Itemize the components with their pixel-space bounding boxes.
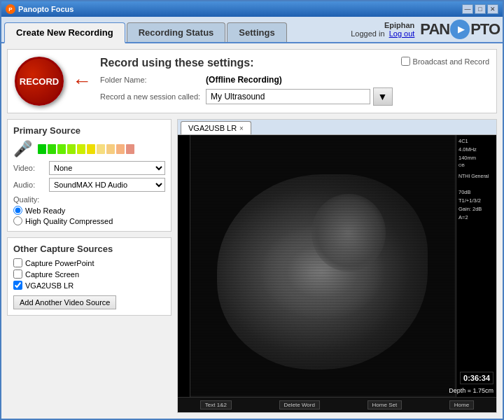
ultrasound-display: 29 Nov 02 10:17:34cm 4C1 4.0MHz 140mm OB… — [178, 135, 496, 412]
quality-hq-row: High Quality Compressed — [13, 216, 165, 225]
audio-meter — [38, 144, 134, 154]
capture-powerpoint-row: Capture PowerPoint — [13, 258, 165, 267]
meter-bar-0 — [38, 144, 46, 154]
broadcast-checkbox[interactable] — [401, 57, 410, 66]
meter-bar-1 — [48, 144, 56, 154]
record-section: RECORD ← Record using these settings: Fo… — [7, 49, 497, 113]
us-timer: 0:36:34 — [460, 372, 493, 384]
audio-label: Audio: — [13, 181, 45, 189]
us-dist: 140mm — [458, 154, 494, 162]
folder-value: (Offline Recording) — [206, 75, 392, 85]
fetus-head — [312, 194, 386, 272]
session-name-input[interactable] — [206, 89, 370, 104]
quality-web-label: Web Ready — [25, 206, 65, 215]
quality-hq-radio[interactable] — [13, 216, 22, 225]
record-button[interactable]: RECORD — [15, 57, 64, 106]
meter-bar-3 — [67, 144, 76, 154]
capture-powerpoint-label: Capture PowerPoint — [25, 259, 94, 267]
minimize-button[interactable]: — — [462, 4, 473, 14]
us-btn-homeset[interactable]: Home Set — [368, 400, 402, 410]
record-info: Record using these settings: Folder Name… — [100, 57, 393, 106]
logout-link[interactable]: Log out — [389, 29, 415, 38]
capture-powerpoint-checkbox[interactable] — [13, 258, 22, 267]
quality-section: Quality: Web Ready High Quality Compress… — [13, 195, 165, 225]
meter-bar-5 — [87, 144, 95, 154]
video-tab-vga2usb[interactable]: VGA2USB LR × — [181, 121, 251, 134]
us-db: 70dB — [458, 188, 494, 197]
video-select[interactable]: None — [49, 161, 165, 175]
logo-play-icon — [450, 20, 470, 39]
header-right: Epiphan Logged in Log out PANPTO — [351, 20, 500, 42]
capture-screen-row: Capture Screen — [13, 270, 165, 279]
meter-bar-4 — [77, 144, 85, 154]
main-window: P Panopto Focus — □ ✕ Create New Recordi… — [0, 0, 504, 420]
window-title: Panopto Focus — [18, 5, 74, 13]
title-bar-left: P Panopto Focus — [6, 4, 74, 14]
folder-label: Folder Name: — [100, 76, 200, 84]
us-bottom-bar: Text 1&2 Delete Word Home Set Home — [178, 397, 496, 412]
meter-bar-8 — [116, 144, 125, 154]
us-image-container: 29 Nov 02 10:17:34cm 4C1 4.0MHz 140mm OB… — [178, 135, 496, 412]
us-gain: Gain: 2dB — [458, 205, 494, 214]
maximize-button[interactable]: □ — [475, 4, 486, 14]
epiphan-info: Epiphan Logged in Log out — [351, 21, 414, 38]
capture-vga2usb-checkbox[interactable] — [13, 281, 22, 290]
us-main-image — [190, 135, 454, 396]
capture-screen-checkbox[interactable] — [13, 270, 22, 279]
capture-screen-label: Capture Screen — [25, 270, 79, 279]
video-row: Video: None — [13, 161, 165, 175]
left-panel: Primary Source 🎤 Video: None Audio: — [7, 119, 172, 413]
meter-bar-9 — [126, 144, 134, 154]
window-controls: — □ ✕ — [462, 4, 498, 14]
video-preview-panel: VGA2USB LR × — [177, 119, 497, 413]
session-label: Record a new session called: — [100, 92, 200, 101]
video-label: Video: — [13, 164, 45, 172]
record-row: RECORD ← Record using these settings: Fo… — [15, 57, 489, 106]
tab-create[interactable]: Create New Recording — [4, 22, 125, 43]
video-tab-close[interactable]: × — [239, 125, 244, 132]
quality-label: Quality: — [13, 195, 39, 204]
broadcast-check: Broadcast and Record — [401, 57, 489, 66]
mic-meter-row: 🎤 — [13, 140, 165, 158]
microphone-icon: 🎤 — [13, 140, 32, 158]
audio-select[interactable]: SoundMAX HD Audio — [49, 178, 165, 192]
other-sources-panel: Other Capture Sources Capture PowerPoint… — [7, 237, 172, 316]
meter-bar-7 — [106, 144, 115, 154]
session-input-row: ▼ — [206, 88, 392, 106]
us-btn-home[interactable]: Home — [449, 400, 474, 410]
app-icon: P — [6, 4, 15, 14]
tab-bar: Create New Recording Recording Status Se… — [1, 17, 503, 43]
capture-vga2usb-row: VGA2USB LR — [13, 281, 165, 290]
us-ti: T1/+1/3/2 — [458, 197, 494, 205]
us-dept: OB — [458, 162, 494, 169]
capture-vga2usb-label: VGA2USB LR — [25, 281, 74, 290]
us-right-info: 4C1 4.0MHz 140mm OB NTHI General 70dB T1… — [456, 135, 496, 412]
tab-settings[interactable]: Settings — [227, 22, 286, 42]
quality-web-row: Web Ready — [13, 206, 165, 215]
meter-bar-2 — [57, 144, 66, 154]
primary-source-panel: Primary Source 🎤 Video: None Audio: — [7, 119, 172, 232]
us-btn-delete[interactable]: Delete Word — [279, 400, 320, 410]
us-model: 4C1 — [458, 137, 494, 146]
us-gain2: A=2 — [458, 214, 494, 222]
close-button[interactable]: ✕ — [487, 4, 498, 14]
us-facility: NTHI General — [458, 172, 494, 180]
other-sources-title: Other Capture Sources — [13, 244, 165, 254]
title-bar: P Panopto Focus — □ ✕ — [1, 1, 503, 17]
add-video-source-button[interactable]: Add Another Video Source — [13, 295, 116, 309]
quality-hq-label: High Quality Compressed — [25, 217, 113, 225]
us-ruler-bar — [178, 135, 190, 412]
main-content: RECORD ← Record using these settings: Fo… — [1, 43, 503, 419]
fetus-shape — [217, 174, 428, 370]
us-freq: 4.0MHz — [458, 146, 494, 154]
us-depth: Depth = 1.75cm — [449, 387, 493, 394]
us-btn-text12[interactable]: Text 1&2 — [200, 400, 232, 410]
lower-section: Primary Source 🎤 Video: None Audio: — [7, 119, 497, 413]
primary-source-title: Primary Source — [13, 125, 165, 136]
tab-status[interactable]: Recording Status — [127, 22, 226, 42]
quality-web-radio[interactable] — [13, 206, 22, 215]
record-fields: Folder Name: (Offline Recording) Record … — [100, 75, 393, 106]
session-dropdown-button[interactable]: ▼ — [373, 88, 393, 106]
record-title: Record using these settings: — [100, 57, 393, 69]
audio-row: Audio: SoundMAX HD Audio — [13, 178, 165, 192]
